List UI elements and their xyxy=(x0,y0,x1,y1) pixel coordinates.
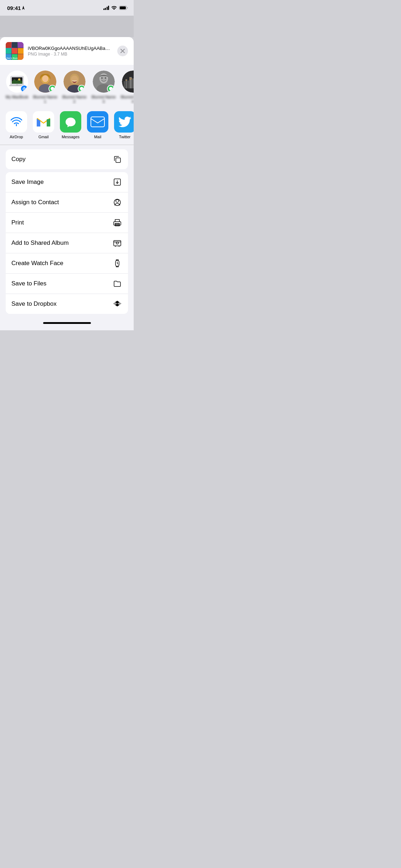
contact-avatar-3 xyxy=(93,71,115,93)
shared-album-icon xyxy=(112,238,122,248)
mail-envelope-icon xyxy=(91,117,105,127)
contacts-scroll: My MacBook xyxy=(0,71,134,104)
contact-name-1: Blurred Name 1 xyxy=(33,95,58,104)
close-icon xyxy=(120,49,125,53)
airdrop-label: AirDrop xyxy=(10,135,23,139)
contact-name-2: Blurred Name 2 xyxy=(62,95,87,104)
svg-rect-27 xyxy=(128,81,129,88)
gmail-m-icon xyxy=(37,117,50,127)
messages-badge-icon-1 xyxy=(50,87,55,91)
messages-badge-icon-2 xyxy=(79,87,84,91)
messages-badge-icon-3 xyxy=(109,87,113,91)
app-item-gmail[interactable]: Gmail xyxy=(33,111,54,139)
battery-icon xyxy=(119,6,128,10)
airdrop-app-icon xyxy=(6,111,27,133)
watch-face-label: Create Watch Face xyxy=(11,260,63,267)
assign-contact-icon xyxy=(112,197,122,207)
app-item-twitter[interactable]: Twitter xyxy=(114,111,134,139)
action-item-watch-face[interactable]: Create Watch Face xyxy=(6,253,128,274)
contact-badge-3 xyxy=(107,85,115,93)
svg-point-6 xyxy=(16,84,18,85)
contact-badge-2 xyxy=(78,85,86,93)
contact-avatar-2 xyxy=(63,71,86,93)
action-item-dropbox[interactable]: Save to Dropbox xyxy=(6,294,128,314)
svg-point-42 xyxy=(116,200,119,202)
save-files-icon xyxy=(112,279,122,289)
file-meta-dot: · xyxy=(51,52,54,57)
contact-item-4[interactable]: Blurred Name 4 xyxy=(120,71,134,104)
assign-contact-label: Assign to Contact xyxy=(11,199,59,206)
mail-label: Mail xyxy=(94,135,101,139)
contact-name-3: Blurred Name 3 xyxy=(91,95,116,104)
svg-rect-25 xyxy=(124,81,125,88)
action-item-print[interactable]: Print xyxy=(6,213,128,233)
messages-label: Messages xyxy=(62,135,79,139)
wifi-icon xyxy=(111,6,117,10)
dropbox-icon xyxy=(112,299,122,309)
action-item-save-files[interactable]: Save to Files xyxy=(6,274,128,294)
action-item-shared-album[interactable]: Add to Shared Album xyxy=(6,233,128,253)
copy-icon xyxy=(112,154,122,164)
file-info: iVBORw0KGgoAAAANSUhEUgAABaAAA... PNG Ima… xyxy=(28,46,113,57)
app-item-messages[interactable]: Messages xyxy=(60,111,81,139)
watch-face-icon xyxy=(112,258,122,268)
file-size: 3.7 MB xyxy=(54,52,67,57)
svg-rect-38 xyxy=(126,80,127,81)
app-item-mail[interactable]: Mail xyxy=(87,111,108,139)
home-bar xyxy=(43,322,91,324)
svg-rect-46 xyxy=(114,241,121,246)
svg-rect-34 xyxy=(130,79,130,80)
airdrop-waves-icon xyxy=(10,115,23,129)
print-label: Print xyxy=(11,219,24,226)
thumbnail-label: Year In Music xyxy=(6,57,18,59)
action-item-assign-contact[interactable]: Assign to Contact xyxy=(6,192,128,213)
action-item-save-image[interactable]: Save Image xyxy=(6,172,128,192)
dropbox-logo-icon xyxy=(113,300,122,308)
contact-avatar-1 xyxy=(34,71,56,93)
contact-item-3[interactable]: Blurred Name 3 xyxy=(91,71,116,104)
contact-item-1[interactable]: Blurred Name 1 xyxy=(33,71,58,104)
contact-item-2[interactable]: Blurred Name 2 xyxy=(62,71,87,104)
contact-avatar-4 xyxy=(122,71,134,93)
svg-rect-29 xyxy=(132,78,134,88)
contact-name-4: Blurred Name 4 xyxy=(120,95,134,104)
file-thumbnail: Year In Music xyxy=(6,42,24,60)
shared-album-label: Add to Shared Album xyxy=(11,239,69,247)
action-group-main: Save Image Assign to Contact xyxy=(6,172,128,314)
action-item-copy[interactable]: Copy xyxy=(6,149,128,169)
airdrop-badge xyxy=(20,85,28,93)
svg-point-21 xyxy=(101,77,103,79)
apps-scroll: AirDrop Gmail xyxy=(0,111,134,139)
save-files-label: Save to Files xyxy=(11,280,46,287)
gmail-label: Gmail xyxy=(38,135,49,139)
background-blur xyxy=(0,16,134,37)
airdrop-badge-icon xyxy=(22,87,26,91)
contact-item-laptop[interactable]: My MacBook xyxy=(6,71,29,104)
contact-name-laptop: My MacBook xyxy=(6,95,29,99)
action-list: Copy Save Image xyxy=(0,145,134,318)
contact-avatar-laptop xyxy=(6,71,28,93)
save-image-label: Save Image xyxy=(11,179,44,186)
svg-rect-39 xyxy=(91,117,104,127)
print-icon xyxy=(112,218,122,228)
svg-point-22 xyxy=(105,77,106,79)
apps-section: AirDrop Gmail xyxy=(0,107,134,145)
close-button[interactable] xyxy=(117,46,128,56)
svg-rect-33 xyxy=(130,78,130,78)
status-icons xyxy=(103,6,128,10)
messages-app-icon xyxy=(60,111,81,133)
signal-icon xyxy=(103,6,109,10)
share-sheet: Year In Music iVBORw0KGgoAAAANSUhEUgAABa… xyxy=(0,37,134,330)
file-meta: PNG Image · 3.7 MB xyxy=(28,52,113,57)
time-display: 09:41 xyxy=(7,5,21,11)
location-arrow-icon xyxy=(22,6,25,10)
svg-rect-40 xyxy=(116,158,120,162)
svg-point-4 xyxy=(18,78,20,81)
svg-point-10 xyxy=(42,75,48,82)
svg-rect-35 xyxy=(131,78,132,79)
dropbox-label: Save to Dropbox xyxy=(11,300,57,308)
twitter-app-icon xyxy=(114,111,134,133)
mail-app-icon xyxy=(87,111,108,133)
app-item-airdrop[interactable]: AirDrop xyxy=(6,111,27,139)
contacts-section: My MacBook xyxy=(0,65,134,107)
